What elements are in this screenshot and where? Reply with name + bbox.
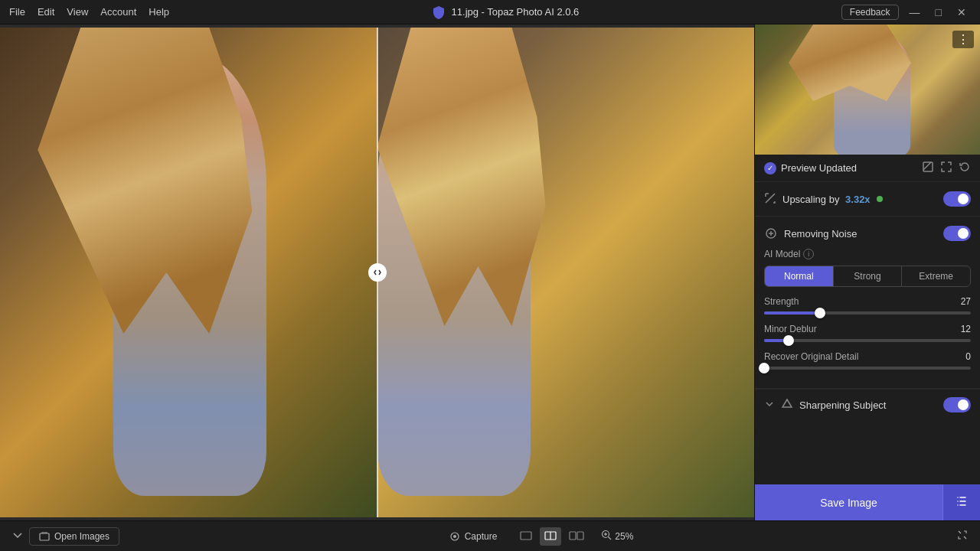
svg-rect-3: [40, 533, 49, 540]
ai-model-info-icon[interactable]: i: [803, 249, 814, 259]
preview-refresh-button[interactable]: [959, 161, 971, 175]
menu-help[interactable]: Help: [149, 6, 169, 18]
split-image-view: [0, 28, 754, 517]
upscaling-section: Upscaling by 3.32x: [755, 182, 980, 217]
app-logo-icon: [432, 5, 446, 19]
menu-view[interactable]: View: [67, 6, 88, 18]
upscaling-label: Upscaling by 3.32x: [782, 194, 871, 205]
upscale-arrows-icon: [764, 192, 776, 207]
bottom-left: Open Images: [12, 527, 119, 546]
model-btn-normal[interactable]: Normal: [765, 266, 834, 286]
open-images-button[interactable]: Open Images: [29, 527, 119, 546]
title-text: 11.jpg - Topaz Photo AI 2.0.6: [452, 6, 580, 18]
strength-value: 27: [952, 296, 971, 307]
thumbnail-image: [755, 24, 980, 155]
model-btn-extreme[interactable]: Extreme: [902, 266, 970, 286]
sharpening-section-header[interactable]: Sharpening Subject: [755, 389, 980, 420]
strength-slider-row: Strength 27: [764, 296, 971, 315]
svg-rect-0: [923, 162, 933, 171]
maximize-button[interactable]: □: [931, 5, 946, 20]
noise-section-title: Removing Noise: [784, 228, 857, 240]
model-buttons-group: Normal Strong Extreme: [764, 266, 971, 287]
thumbnail-menu-button[interactable]: ⋮: [952, 31, 974, 48]
strength-header: Strength 27: [764, 296, 971, 307]
minor-deblur-header: Minor Deblur 12: [764, 324, 971, 334]
noise-header-left: Removing Noise: [764, 227, 857, 240]
svg-rect-9: [570, 532, 576, 540]
image-right-processed: [377, 28, 755, 517]
preview-status: ✓ Preview Updated: [764, 162, 857, 174]
save-image-button[interactable]: Save Image: [755, 484, 942, 520]
recover-detail-header: Recover Original Detail 0: [764, 351, 971, 362]
thumbnail-area: ⋮: [755, 24, 980, 155]
panel-scroll[interactable]: Upscaling by 3.32x: [755, 182, 980, 477]
preview-bar: ✓ Preview Updated: [755, 155, 980, 182]
recover-detail-label: Recover Original Detail: [764, 351, 858, 362]
preview-check-icon: ✓: [764, 162, 776, 174]
upscaling-status-dot: [877, 196, 883, 202]
strength-slider-track[interactable]: [764, 311, 971, 315]
preview-crop-button[interactable]: [922, 161, 934, 175]
zoom-value: 25%: [615, 531, 633, 542]
preview-expand-button[interactable]: [940, 161, 952, 175]
view-split-button[interactable]: [540, 527, 561, 546]
sharpening-toggle[interactable]: [943, 397, 971, 412]
titlebar: File Edit View Account Help 11.jpg - Top…: [0, 0, 980, 24]
minor-deblur-slider-track[interactable]: [764, 339, 971, 342]
bottom-expand-button[interactable]: [12, 530, 23, 543]
strength-label: Strength: [764, 296, 799, 307]
view-mode-buttons: [515, 527, 589, 546]
ai-model-label: AI Model i: [764, 249, 971, 259]
model-btn-strong[interactable]: Strong: [834, 266, 903, 286]
svg-rect-10: [577, 532, 583, 540]
svg-point-5: [453, 535, 456, 538]
bottom-bar: Open Images Capture 25%: [0, 520, 980, 551]
menu-file[interactable]: File: [9, 6, 25, 18]
canvas-area: [0, 24, 754, 520]
sharpening-title: Sharpening Subject: [799, 399, 886, 411]
split-handle[interactable]: [368, 263, 387, 282]
image-left-original: [0, 28, 377, 517]
svg-marker-2: [782, 399, 792, 407]
svg-rect-6: [521, 532, 531, 540]
ai-model-section: AI Model i Normal Strong Extreme: [764, 249, 971, 287]
upscaling-row: Upscaling by 3.32x: [764, 191, 971, 207]
preview-updated-label: Preview Updated: [781, 162, 857, 174]
menu-account[interactable]: Account: [100, 6, 136, 18]
window-title: 11.jpg - Topaz Photo AI 2.0.6: [432, 5, 580, 19]
noise-toggle[interactable]: [943, 226, 971, 241]
menu-bar: File Edit View Account Help: [9, 6, 169, 18]
canvas-image-container: [0, 24, 754, 520]
zoom-expand-button[interactable]: [957, 530, 968, 543]
minor-deblur-slider-row: Minor Deblur 12: [764, 324, 971, 342]
main-layout: ⋮ ✓ Preview Updated: [0, 24, 980, 520]
minimize-button[interactable]: —: [905, 5, 925, 20]
window-controls: Feedback — □ ✕: [841, 5, 971, 20]
right-panel: ⋮ ✓ Preview Updated: [754, 24, 980, 520]
removing-noise-section: Removing Noise AI Model i Normal: [755, 217, 980, 389]
save-area: Save Image: [755, 477, 980, 520]
upscaling-toggle[interactable]: [943, 191, 971, 207]
sharpening-header-left: Sharpening Subject: [764, 398, 886, 412]
view-dual-button[interactable]: [564, 527, 589, 546]
minor-deblur-label: Minor Deblur: [764, 324, 817, 334]
zoom-icon-button[interactable]: [601, 530, 612, 543]
close-button[interactable]: ✕: [952, 5, 971, 20]
sharpening-collapse-icon: [764, 399, 775, 412]
upscaling-value: 3.32x: [845, 194, 871, 205]
recover-detail-value: 0: [952, 351, 971, 362]
feedback-button[interactable]: Feedback: [841, 5, 899, 20]
zoom-control: 25%: [601, 530, 633, 543]
save-options-button[interactable]: [942, 484, 980, 520]
minor-deblur-value: 12: [952, 324, 971, 334]
capture-button[interactable]: Capture: [443, 528, 504, 545]
preview-actions: [922, 161, 971, 175]
view-single-button[interactable]: [515, 527, 537, 546]
sharpening-icon: [781, 398, 793, 412]
recover-detail-slider-row: Recover Original Detail 0: [764, 351, 971, 370]
noise-section-header: Removing Noise: [764, 226, 971, 241]
menu-edit[interactable]: Edit: [38, 6, 54, 18]
svg-line-12: [609, 537, 612, 540]
bottom-center: Capture 25%: [443, 527, 634, 546]
recover-detail-slider-track[interactable]: [764, 367, 971, 370]
